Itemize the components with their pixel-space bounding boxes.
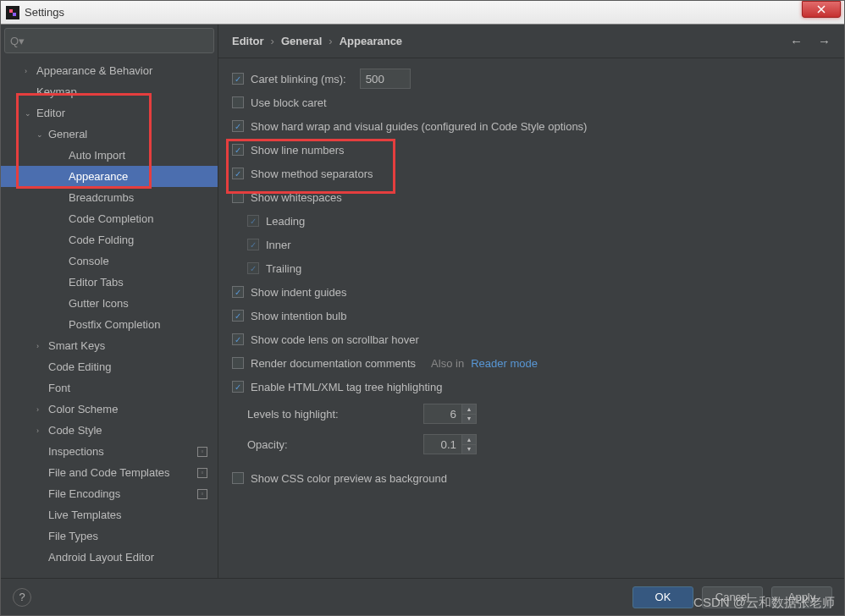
sidebar-item-label: General	[48, 128, 87, 140]
show-indent-guides-row: ✓ Show indent guides	[232, 280, 831, 304]
sidebar-item-label: Auto Import	[69, 149, 125, 162]
search-icon: Q▾	[10, 35, 25, 47]
tree-caret-icon: ›	[36, 426, 45, 435]
sidebar-item-file-types[interactable]: File Types	[1, 525, 218, 547]
sidebar-item-code-style[interactable]: ›Code Style	[1, 420, 218, 441]
chevron-up-icon[interactable]: ▲	[462, 404, 476, 415]
sidebar-item-breadcrumbs[interactable]: Breadcrumbs	[1, 187, 218, 208]
sidebar-item-editor[interactable]: ⌄Editor	[1, 102, 218, 124]
sidebar-item-label: Postfix Completion	[69, 318, 160, 331]
use-block-caret-checkbox[interactable]	[232, 96, 244, 108]
caret-blinking-input[interactable]	[360, 69, 411, 89]
enable-html-tag-row: ✓ Enable HTML/XML tag tree highlighting	[232, 375, 831, 399]
sidebar-item-label: File Types	[48, 530, 98, 542]
show-line-numbers-checkbox[interactable]: ✓	[232, 144, 244, 156]
sidebar-item-code-folding[interactable]: Code Folding	[1, 229, 218, 250]
sidebar-item-file-encodings[interactable]: File Encodings▫	[1, 483, 218, 504]
tree-caret-icon: ›	[36, 342, 45, 350]
inner-row: ✓ Inner	[232, 233, 831, 256]
help-button[interactable]: ?	[13, 588, 31, 607]
levels-spinner[interactable]: ▲▼	[423, 404, 477, 424]
sidebar-item-android-layout-editor[interactable]: Android Layout Editor	[1, 547, 218, 568]
show-css-preview-label: Show CSS color preview as background	[251, 472, 447, 485]
spinner-buttons[interactable]: ▲▼	[462, 434, 477, 454]
ok-button[interactable]: OK	[632, 586, 693, 608]
cancel-button[interactable]: Cancel	[702, 586, 763, 608]
chevron-down-icon[interactable]: ▼	[462, 415, 476, 424]
sidebar-item-appearance[interactable]: Appearance	[1, 166, 218, 187]
nav-forward-icon[interactable]: →	[818, 34, 831, 48]
sidebar-item-label: Keymap	[36, 85, 77, 98]
chevron-up-icon[interactable]: ▲	[462, 435, 476, 445]
chevron-down-icon[interactable]: ▼	[462, 445, 476, 454]
sidebar-item-label: Code Folding	[69, 234, 134, 246]
sidebar-item-gutter-icons[interactable]: Gutter Icons	[1, 293, 218, 314]
sidebar-item-label: Code Completion	[69, 212, 153, 225]
close-button[interactable]	[802, 1, 841, 18]
sidebar-item-label: Code Style	[48, 424, 102, 437]
apply-button[interactable]: Apply	[771, 586, 832, 608]
sidebar-item-appearance-behavior[interactable]: ›Appearance & Behavior	[1, 60, 218, 81]
reader-mode-link[interactable]: Reader mode	[471, 357, 538, 370]
sidebar-item-font[interactable]: Font	[1, 377, 218, 399]
sidebar-item-code-completion[interactable]: Code Completion	[1, 208, 218, 229]
project-scope-icon: ▫	[197, 489, 207, 499]
caret-blinking-row: ✓ Caret blinking (ms):	[232, 67, 831, 91]
opacity-spinner[interactable]: ▲▼	[423, 434, 477, 454]
settings-body: ✓ Caret blinking (ms): Use block caret ✓…	[218, 58, 844, 578]
sidebar-item-label: Editor Tabs	[69, 276, 124, 289]
opacity-label: Opacity:	[247, 438, 417, 451]
show-indent-guides-checkbox[interactable]: ✓	[232, 286, 244, 298]
show-method-separators-checkbox[interactable]: ✓	[232, 168, 244, 179]
levels-input[interactable]	[423, 404, 462, 424]
nav-back-icon[interactable]: ←	[790, 34, 803, 48]
show-whitespaces-checkbox[interactable]	[232, 191, 244, 203]
sidebar-item-label: Gutter Icons	[69, 297, 129, 310]
caret-blinking-checkbox[interactable]: ✓	[232, 73, 244, 85]
show-intention-bulb-row: ✓ Show intention bulb	[232, 304, 831, 327]
sidebar-item-inspections[interactable]: Inspections▫	[1, 441, 218, 462]
sidebar-item-label: Appearance	[69, 170, 128, 183]
spinner-buttons[interactable]: ▲▼	[462, 404, 477, 424]
caret-blinking-label: Caret blinking (ms):	[251, 73, 346, 85]
sidebar-item-file-and-code-templates[interactable]: File and Code Templates▫	[1, 462, 218, 483]
tree-caret-icon: ⌄	[25, 109, 33, 118]
titlebar: Settings	[1, 1, 844, 25]
show-intention-bulb-checkbox[interactable]: ✓	[232, 310, 244, 322]
sidebar-item-editor-tabs[interactable]: Editor Tabs	[1, 272, 218, 293]
sidebar-item-label: Android Layout Editor	[48, 551, 154, 564]
show-code-lens-label: Show code lens on scrollbar hover	[251, 333, 419, 346]
opacity-input[interactable]	[423, 434, 462, 454]
sidebar-item-label: Inspections	[48, 445, 104, 458]
leading-row: ✓ Leading	[232, 209, 831, 233]
show-css-preview-checkbox[interactable]	[232, 472, 244, 484]
leading-label: Leading	[266, 215, 305, 228]
sidebar-item-color-scheme[interactable]: ›Color Scheme	[1, 399, 218, 420]
enable-html-tag-checkbox[interactable]: ✓	[232, 381, 244, 393]
sidebar-item-code-editing[interactable]: Code Editing	[1, 356, 218, 377]
trailing-checkbox[interactable]: ✓	[247, 262, 259, 274]
use-block-caret-label: Use block caret	[251, 96, 327, 109]
inner-checkbox[interactable]: ✓	[247, 239, 259, 250]
leading-checkbox[interactable]: ✓	[247, 215, 259, 227]
sidebar-item-live-templates[interactable]: Live Templates	[1, 504, 218, 525]
sidebar-item-console[interactable]: Console	[1, 250, 218, 272]
breadcrumb-item[interactable]: General	[281, 35, 322, 47]
sidebar-item-label: Smart Keys	[48, 339, 105, 352]
show-hard-wrap-checkbox[interactable]: ✓	[232, 120, 244, 132]
svg-rect-1	[9, 9, 13, 13]
breadcrumb-item[interactable]: Editor	[232, 35, 264, 47]
render-doc-checkbox[interactable]	[232, 357, 244, 369]
search-input[interactable]: Q▾	[4, 28, 214, 53]
sidebar-item-general[interactable]: ⌄General	[1, 124, 218, 145]
sidebar-item-keymap[interactable]: Keymap	[1, 81, 218, 102]
sidebar-item-label: Breadcrumbs	[69, 191, 134, 204]
sidebar-item-label: Console	[69, 255, 109, 267]
show-css-preview-row: Show CSS color preview as background	[232, 466, 831, 490]
show-code-lens-checkbox[interactable]: ✓	[232, 333, 244, 345]
show-line-numbers-label: Show line numbers	[251, 144, 345, 157]
sidebar-item-postfix-completion[interactable]: Postfix Completion	[1, 314, 218, 335]
sidebar-item-smart-keys[interactable]: ›Smart Keys	[1, 335, 218, 356]
sidebar-item-auto-import[interactable]: Auto Import	[1, 145, 218, 166]
app-icon	[6, 6, 19, 19]
